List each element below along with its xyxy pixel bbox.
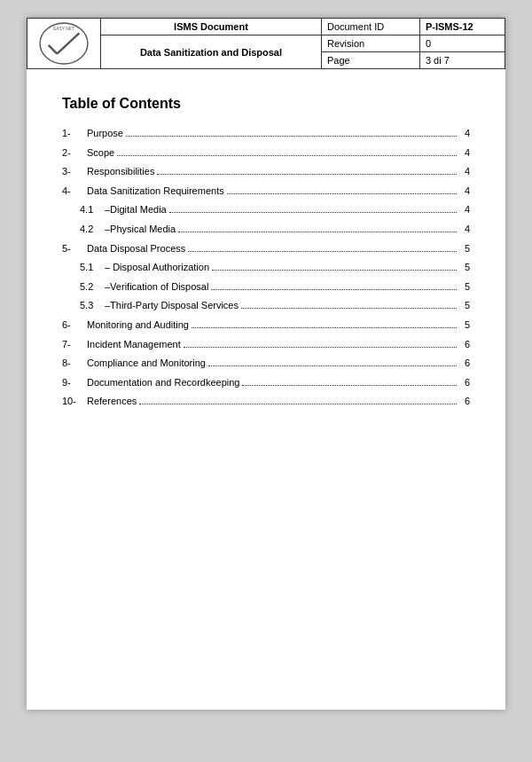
toc-item-page: 6 [459, 394, 470, 410]
toc-item-page: 6 [459, 375, 470, 391]
toc-item-dots [211, 289, 457, 290]
doc-id-label: Document ID [321, 19, 419, 35]
toc-item-text: –Third-Party Disposal Services [105, 298, 239, 314]
svg-line-2 [57, 33, 79, 53]
toc-item-page: 5 [459, 279, 470, 295]
toc-item-page: 5 [459, 260, 470, 276]
toc-item: 4.1–Digital Media4 [62, 202, 470, 218]
toc-item-page: 4 [459, 202, 470, 218]
toc-item-text: –Verification of Disposal [105, 279, 208, 295]
toc-item-page: 6 [459, 356, 470, 372]
toc-item-dots [184, 347, 457, 348]
toc-item-number: 3- [62, 164, 87, 180]
toc-item-number: 5- [62, 241, 87, 257]
toc-item-text: Monitoring and Auditing [87, 318, 189, 334]
toc-item-dots [126, 136, 457, 137]
toc-item-dots [157, 174, 457, 175]
toc-item-page: 4 [459, 145, 470, 161]
svg-text:EASY NET: EASY NET [53, 27, 74, 31]
toc-item-number: 5.3 [80, 298, 105, 314]
toc-item-page: 6 [459, 337, 470, 353]
toc-item-number: 2- [62, 145, 87, 161]
revision-value: 0 [419, 35, 505, 52]
logo-cell: EASY NET [27, 19, 101, 69]
toc-item-dots [192, 327, 457, 328]
logo: EASY NET [33, 21, 95, 66]
page-label: Page [321, 52, 419, 69]
toc-item-page: 4 [459, 164, 470, 180]
isms-label: ISMS Document [101, 19, 322, 35]
toc-item: 4-Data Sanitization Requirements4 [62, 184, 470, 200]
main-content: Table of Contents 1-Purpose42-Scope43-Re… [27, 69, 505, 440]
toc-item-number: 4.2 [80, 222, 105, 238]
toc-item: 10-References6 [62, 394, 470, 410]
logo-svg: EASY NET [37, 21, 90, 66]
doc-id-value: P-ISMS-12 [419, 19, 505, 35]
toc-item: 5.1– Disposal Authorization5 [62, 260, 470, 276]
toc-item-text: Documentation and Recordkeeping [87, 375, 239, 391]
toc-item-dots [178, 232, 457, 232]
toc-item-number: 4.1 [80, 202, 105, 218]
toc-item-page: 5 [459, 241, 470, 257]
toc-item: 4.2–Physical Media4 [62, 222, 470, 238]
toc-item: 5.2–Verification of Disposal5 [62, 279, 470, 295]
toc-item: 1-Purpose4 [62, 126, 470, 142]
toc-title: Table of Contents [62, 96, 470, 112]
toc-item-dots [139, 404, 457, 405]
toc-item-page: 4 [459, 184, 470, 200]
revision-label: Revision [321, 35, 419, 52]
toc-item-page: 4 [459, 126, 470, 142]
toc-item-number: 4- [62, 184, 87, 200]
toc-item-number: 9- [62, 375, 87, 391]
toc-item-dots [169, 212, 457, 213]
page-value: 3 di 7 [419, 52, 505, 69]
toc-item-text: Responsibilities [87, 164, 154, 180]
toc-item-text: Data Disposal Process [87, 241, 185, 257]
toc-item-page: 4 [459, 222, 470, 238]
toc-item-dots [188, 251, 457, 252]
toc-item-text: References [87, 394, 137, 410]
toc-item-text: Compliance and Monitoring [87, 356, 206, 372]
toc-item: 6-Monitoring and Auditing5 [62, 318, 470, 334]
toc-item-dots [212, 270, 457, 271]
toc-item-number: 6- [62, 318, 87, 334]
toc-item-text: Scope [87, 145, 114, 161]
toc-item-text: Incident Management [87, 337, 181, 353]
toc-item-number: 5.1 [80, 260, 105, 276]
toc-item-text: –Digital Media [105, 202, 167, 218]
toc-item-dots [208, 365, 457, 366]
toc-item-text: –Physical Media [105, 222, 176, 238]
svg-line-1 [49, 45, 58, 54]
toc-item: 5-Data Disposal Process5 [62, 241, 470, 257]
main-title: Data Sanitization and Disposal [101, 35, 322, 69]
toc-item: 2-Scope4 [62, 145, 470, 161]
toc-item-dots [227, 193, 457, 194]
toc-item-number: 7- [62, 337, 87, 353]
toc-item-page: 5 [459, 298, 470, 314]
toc-item-dots [241, 308, 457, 309]
toc-item-text: Data Sanitization Requirements [87, 184, 224, 200]
toc-item-dots [242, 385, 457, 386]
toc-item: 9-Documentation and Recordkeeping6 [62, 375, 470, 391]
toc-item-page: 5 [459, 318, 470, 334]
toc-item-number: 1- [62, 126, 87, 142]
toc-item-dots [117, 155, 457, 156]
toc-item: 3-Responsibilities4 [62, 164, 470, 180]
toc-item: 8-Compliance and Monitoring6 [62, 356, 470, 372]
toc-item-text: Purpose [87, 126, 123, 142]
document-page: EASY NET ISMS Document Document ID P-ISM… [27, 18, 505, 710]
header-table: EASY NET ISMS Document Document ID P-ISM… [27, 18, 505, 69]
toc-item: 7-Incident Management6 [62, 337, 470, 353]
toc-item-number: 10- [62, 394, 87, 410]
toc-list: 1-Purpose42-Scope43-Responsibilities44-D… [62, 126, 470, 410]
toc-item-number: 8- [62, 356, 87, 372]
toc-item: 5.3–Third-Party Disposal Services5 [62, 298, 470, 314]
toc-item-number: 5.2 [80, 279, 105, 295]
toc-item-text: – Disposal Authorization [105, 260, 209, 276]
